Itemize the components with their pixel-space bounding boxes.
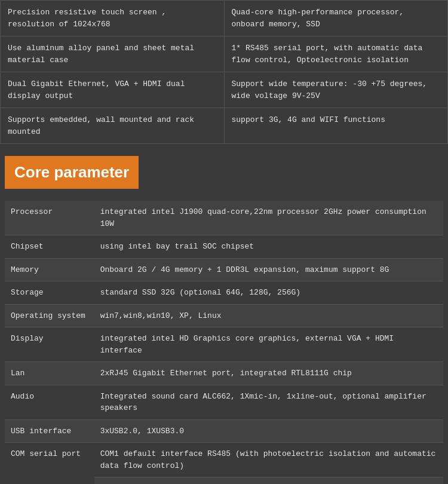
param-value: integrated intel J1900 quad-core,22nm pr… xyxy=(94,201,443,235)
core-param-section: Core parameter xyxy=(0,144,448,196)
core-param-header: Core parameter xyxy=(5,156,139,189)
param-label: COM serial port xyxy=(5,443,94,485)
param-row: Displayintegrated intel HD Graphics core… xyxy=(5,327,443,362)
param-value: integrated intel HD Graphics core graphi… xyxy=(94,327,443,362)
param-row: USB interface3xUSB2.0, 1XUSB3.0 xyxy=(5,419,443,443)
param-row: Storagestandard SSD 32G (optional 64G, 1… xyxy=(5,281,443,305)
param-label: Lan xyxy=(5,362,94,385)
param-row: Operating systemwin7,win8,win10, XP, Lin… xyxy=(5,304,443,327)
specs-table: Precision resistive touch screen , resol… xyxy=(0,0,448,144)
top-table-cell: Support wide temperature: -30 +75 degree… xyxy=(224,72,448,108)
param-row: Processorintegrated intel J1900 quad-cor… xyxy=(5,201,443,235)
param-value: using intel bay trail SOC chipset xyxy=(94,235,443,259)
param-row: AudioIntegrated sound card ALC662, 1Xmic… xyxy=(5,385,443,419)
param-value: COM2-4 default RS232 interface, all can … xyxy=(94,477,443,485)
param-label: Memory xyxy=(5,258,94,281)
param-label: USB interface xyxy=(5,419,94,443)
core-params-table: Processorintegrated intel J1900 quad-cor… xyxy=(5,201,443,484)
core-param-title: Core parameter xyxy=(14,163,129,181)
top-table-cell: 1* RS485 serial port, with automatic dat… xyxy=(224,36,448,72)
top-table-cell: Quad-core high-performance processor, on… xyxy=(224,1,448,36)
param-value: 2xRJ45 Gigabit Ethernet port, integrated… xyxy=(94,362,443,385)
param-value: Onboard 2G / 4G memory + 1 DDR3L expansi… xyxy=(94,258,443,281)
param-label: Storage xyxy=(5,281,94,305)
param-label: Operating system xyxy=(5,304,94,327)
param-value: win7,win8,win10, XP, Linux xyxy=(94,304,443,327)
param-row: Chipsetusing intel bay trail SOC chipset xyxy=(5,235,443,259)
param-value: COM1 default interface RS485 (with photo… xyxy=(94,443,443,477)
top-table-cell: Use aluminum alloy panel and sheet metal… xyxy=(1,36,225,72)
param-row: Lan2xRJ45 Gigabit Ethernet port, integra… xyxy=(5,362,443,385)
param-label: Processor xyxy=(5,201,94,235)
param-label: Display xyxy=(5,327,94,362)
param-label: Audio xyxy=(5,385,94,419)
param-row: MemoryOnboard 2G / 4G memory + 1 DDR3L e… xyxy=(5,258,443,281)
top-table-cell: Supports embedded, wall mounted and rack… xyxy=(1,108,225,144)
top-table-cell: Dual Gigabit Ethernet, VGA + HDMI dual d… xyxy=(1,72,225,108)
param-label: Chipset xyxy=(5,235,94,259)
param-value: 3xUSB2.0, 1XUSB3.0 xyxy=(94,419,443,443)
param-value: standard SSD 32G (optional 64G, 128G, 25… xyxy=(94,281,443,305)
top-table-cell: support 3G, 4G and WIFI functions xyxy=(224,108,448,144)
top-table-cell: Precision resistive touch screen , resol… xyxy=(1,1,225,36)
param-value: Integrated sound card ALC662, 1Xmic-in, … xyxy=(94,385,443,419)
